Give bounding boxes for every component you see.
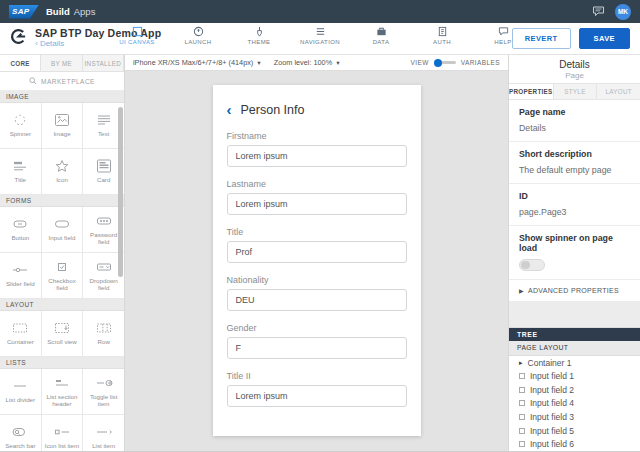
component-tile-scroll-view[interactable]: Scroll view — [42, 311, 83, 356]
property-short-description: Short description The default empty page — [509, 142, 640, 184]
variables-label: VARIABLES — [461, 59, 500, 66]
tab-help[interactable]: HELP — [481, 26, 525, 45]
tab-properties[interactable]: PROPERTIES — [509, 84, 554, 99]
component-tile-icon[interactable]: Icon — [42, 149, 83, 194]
slider-field-icon — [11, 263, 29, 277]
sap-logo: SAP — [9, 5, 39, 19]
canvas-area[interactable]: ‹ Person Info Firstname Lorem ipsum Last… — [125, 71, 508, 451]
component-palette: CORE BY ME INSTALLED MARKETPLACE IMAGE S… — [0, 55, 125, 451]
palette-tab-by-me[interactable]: BY ME — [41, 55, 82, 71]
component-tile-container[interactable]: Container — [0, 311, 41, 356]
component-square-icon — [519, 414, 525, 420]
tree-item-input-field-2[interactable]: Input field 2 — [509, 383, 640, 397]
help-icon — [498, 26, 509, 37]
auth-icon — [437, 26, 448, 37]
input-field-component: Lastname Lorem ipsum — [227, 179, 407, 215]
user-avatar[interactable]: MK — [615, 4, 631, 20]
phone-preview: ‹ Person Info Firstname Lorem ipsum Last… — [213, 85, 421, 436]
component-tile-list-section-header[interactable]: List section header — [42, 369, 83, 414]
input-field-component: Title Prof — [227, 227, 407, 263]
star-icon — [53, 159, 71, 173]
tree-item-input-field-1[interactable]: Input field 1 — [509, 369, 640, 383]
list-section-header-icon — [53, 376, 71, 390]
tab-navigation[interactable]: NAVIGATION — [298, 26, 342, 45]
tree-item-input-field-3[interactable]: Input field 3 — [509, 410, 640, 424]
canvas-toolbar: iPhone XR/XS Max/6+/7+/8+ (414px)▼ Zoom … — [125, 55, 508, 71]
appgyver-logo[interactable] — [10, 28, 27, 49]
component-tile-title[interactable]: Title — [0, 149, 41, 194]
palette-tab-core[interactable]: CORE — [0, 55, 41, 71]
tree-item-input-field-5[interactable]: Input field 5 — [509, 424, 640, 438]
input-field-title[interactable]: Prof — [227, 241, 407, 263]
show-spinner-toggle[interactable] — [519, 259, 545, 271]
caret-right-icon: ▸ — [519, 359, 523, 367]
component-tile-checkbox-field[interactable]: Checkbox field — [42, 253, 83, 298]
input-field-icon — [53, 217, 71, 231]
input-field-nationality[interactable]: DEU — [227, 289, 407, 311]
button-icon — [11, 217, 29, 231]
product-name-bold: Build — [46, 6, 70, 17]
palette-scrollbar[interactable] — [118, 93, 123, 451]
shell-bar: SAP Build Apps MK — [0, 0, 640, 23]
card-icon — [95, 159, 113, 173]
palette-tab-installed[interactable]: INSTALLED — [83, 55, 124, 71]
tab-layout[interactable]: LAYOUT — [597, 84, 640, 99]
page-header-component[interactable]: ‹ Person Info — [227, 103, 407, 117]
component-tile-slider-field[interactable]: Slider field — [0, 253, 41, 298]
section-header-forms: FORMS — [0, 195, 124, 207]
property-id: ID page.Page3 — [509, 184, 640, 226]
selection-title: Details — [509, 59, 640, 70]
tab-theme[interactable]: THEME — [237, 26, 281, 45]
component-tile-image[interactable]: Image — [42, 103, 83, 148]
tree-item-container-1[interactable]: ▸ Container 1 — [509, 356, 640, 370]
dropdown-field-icon — [95, 260, 113, 274]
input-field-lastname[interactable]: Lorem ipsum — [227, 193, 407, 215]
inspector-panel: Details Page PROPERTIES STYLE LAYOUT Pag… — [508, 55, 640, 451]
tree-item-input-field-6[interactable]: Input field 6 — [509, 437, 640, 451]
canvas-panel: iPhone XR/XS Max/6+/7+/8+ (414px)▼ Zoom … — [125, 55, 508, 451]
short-description-input[interactable]: The default empty page — [519, 165, 630, 175]
section-header-image: IMAGE — [0, 91, 124, 103]
text-icon — [95, 113, 113, 127]
title-icon — [11, 159, 29, 173]
launch-icon — [193, 26, 204, 37]
component-tile-spinner[interactable]: Spinner — [0, 103, 41, 148]
tab-ui-canvas[interactable]: UI CANVAS — [115, 26, 159, 45]
tab-style[interactable]: STYLE — [554, 84, 598, 99]
device-selector[interactable]: iPhone XR/XS Max/6+/7+/8+ (414px)▼ — [133, 58, 262, 67]
component-tile-icon-list-item[interactable]: Icon list item — [42, 415, 83, 451]
tab-auth[interactable]: AUTH — [420, 26, 464, 45]
property-show-spinner: Show spinner on page load — [509, 226, 640, 280]
component-tile-search-bar[interactable]: Search bar — [0, 415, 41, 451]
component-tile-list-divider[interactable]: List divider — [0, 369, 41, 414]
section-header-lists: LISTS — [0, 357, 124, 369]
navigation-icon — [315, 26, 326, 37]
input-field-title-ii[interactable]: Lorem ipsum — [227, 385, 407, 407]
component-square-icon — [519, 400, 525, 406]
tab-data[interactable]: DATA — [359, 26, 403, 45]
product-name-light: Apps — [74, 6, 96, 17]
id-input[interactable]: page.Page3 — [519, 207, 630, 217]
tab-launch[interactable]: LAUNCH — [176, 26, 220, 45]
feedback-icon[interactable] — [592, 3, 605, 21]
input-field-firstname[interactable]: Lorem ipsum — [227, 145, 407, 167]
marketplace-search[interactable]: MARKETPLACE — [0, 72, 124, 91]
component-tile-input-field[interactable]: Input field — [42, 207, 83, 252]
password-field-icon — [95, 214, 113, 228]
input-field-component: Nationality DEU — [227, 275, 407, 311]
input-field-gender[interactable]: F — [227, 337, 407, 359]
zoom-selector[interactable]: Zoom level: 100%▼ — [274, 58, 341, 67]
back-icon[interactable]: ‹ — [227, 105, 232, 115]
page-name-input[interactable]: Details — [519, 123, 630, 133]
list-item-icon — [95, 425, 113, 439]
view-variables-toggle[interactable] — [434, 61, 456, 64]
page-header-title: Person Info — [241, 103, 305, 117]
tree-item-input-field-4[interactable]: Input field 4 — [509, 397, 640, 411]
component-tile-button[interactable]: Button — [0, 207, 41, 252]
save-button[interactable]: SAVE — [579, 28, 630, 49]
list-divider-icon — [11, 379, 29, 393]
advanced-properties-expander[interactable]: ▶ ADVANCED PROPERTIES — [509, 280, 640, 302]
input-field-component: Title II Lorem ipsum — [227, 371, 407, 407]
input-field-component: Firstname Lorem ipsum — [227, 131, 407, 167]
component-square-icon — [519, 387, 525, 393]
